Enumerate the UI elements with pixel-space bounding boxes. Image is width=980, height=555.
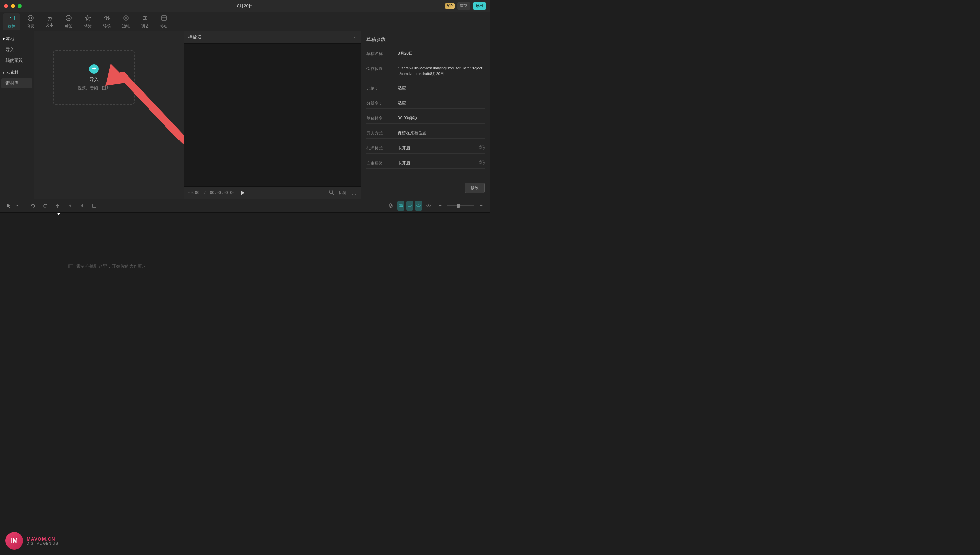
track-add-btn-3[interactable] — [415, 201, 422, 210]
prop-value-name: 8月20日 — [398, 50, 485, 56]
toolbar-transition[interactable]: 转场 — [98, 14, 116, 30]
close-button[interactable] — [4, 4, 8, 8]
svg-point-22 — [329, 190, 333, 194]
svg-marker-28 — [69, 204, 71, 207]
track-add-btn-2[interactable] — [406, 201, 413, 210]
timeline-empty-message: 素材拖拽到这里，开始你的大作吧~ — [68, 263, 145, 269]
media-icon — [8, 14, 15, 23]
track-add-btn-1[interactable] — [397, 201, 404, 210]
svg-rect-32 — [390, 204, 392, 207]
sidebar-item-library[interactable]: 素材库 — [2, 78, 32, 88]
sidebar-section-cloud[interactable]: ▸ 云素材 — [0, 68, 34, 77]
svg-point-11 — [144, 16, 145, 18]
maximize-button[interactable] — [18, 4, 22, 8]
toolbar-template-label: 模板 — [160, 24, 168, 29]
sidebar-item-presets[interactable]: 我的预设 — [2, 55, 32, 66]
toolbar-audio-label: 音频 — [27, 24, 34, 29]
toolbar: 媒体 音频 Ti 文本 贴纸 特效 — [0, 12, 490, 31]
toolbar-sticker[interactable]: 贴纸 — [60, 13, 77, 30]
player-controls: 00:00 / 00:00:00:00 比例 — [184, 186, 361, 199]
undo-btn[interactable] — [28, 201, 38, 210]
sidebar-section-local[interactable]: ▾ 本地 — [0, 34, 34, 44]
player-area: 播放器 ··· 00:00 / 00:00:00:00 比例 — [184, 31, 361, 199]
player-zoom-icon[interactable] — [329, 189, 334, 196]
toolbar-media[interactable]: 媒体 — [3, 13, 21, 30]
toolbar-audio[interactable]: 音频 — [22, 13, 40, 30]
select-tool-btn[interactable] — [4, 201, 14, 210]
prop-label-resolution: 分辨率： — [366, 100, 394, 106]
import-sublabel: 视频、音频、图片 — [77, 85, 110, 91]
import-label: 导入 — [89, 77, 99, 83]
effects-icon — [84, 14, 91, 23]
delete-btn[interactable] — [90, 201, 99, 210]
player-right-controls: 比例 — [329, 189, 357, 196]
prop-row-name: 草稿名称： 8月20日 — [366, 48, 485, 59]
svg-rect-1 — [10, 17, 11, 18]
prop-label-ratio: 比例： — [366, 85, 394, 91]
toolbar-transition-label: 转场 — [103, 24, 111, 29]
timeline-toolbar: ▾ — [0, 199, 490, 213]
svg-point-13 — [143, 19, 145, 20]
toolbar-text[interactable]: Ti 文本 — [41, 14, 58, 29]
prop-value-resolution: 适应 — [398, 100, 485, 106]
audio-icon — [27, 14, 34, 23]
mic-btn[interactable] — [386, 201, 395, 210]
prop-value-proxy: 未开启 — [398, 145, 475, 151]
prop-row-fps: 草稿帧率： 30.00帧/秒 — [366, 113, 485, 124]
player-fullscreen-btn[interactable] — [351, 189, 357, 196]
split-btn[interactable] — [53, 201, 62, 210]
review-button[interactable]: 审阅 — [457, 2, 470, 10]
sidebar-local-label: 本地 — [6, 36, 14, 42]
prop-row-proxy: 代理模式： 未开启 ⓘ — [366, 143, 485, 154]
chevron-down-icon: ▾ — [3, 37, 5, 42]
import-plus-icon: + — [89, 64, 99, 74]
svg-point-7 — [125, 17, 127, 19]
prop-value-fps: 30.00帧/秒 — [398, 115, 485, 121]
redo-btn[interactable] — [40, 201, 50, 210]
trim-right-btn[interactable] — [77, 201, 87, 210]
content-area: ▾ 本地 导入 我的预设 ▸ 云素材 素材库 + 导入 视频、音频、图片 — [0, 31, 490, 199]
zoom-in-btn[interactable]: + — [476, 201, 486, 210]
link-btn[interactable] — [424, 201, 434, 210]
prop-value-free-layer: 未开启 — [398, 160, 475, 166]
svg-line-20 — [128, 80, 184, 140]
toolbar-effects[interactable]: 特效 — [79, 13, 96, 30]
prop-label-fps: 草稿帧率： — [366, 115, 394, 121]
svg-rect-44 — [68, 265, 73, 268]
zoom-slider[interactable] — [447, 205, 474, 207]
modify-button[interactable]: 修改 — [465, 183, 485, 193]
toolbar-filter[interactable]: 滤镜 — [117, 13, 135, 30]
window-title: 8月20日 — [237, 3, 253, 9]
zoom-out-btn[interactable]: − — [435, 201, 445, 210]
sidebar: ▾ 本地 导入 我的预设 ▸ 云素材 素材库 — [0, 31, 34, 199]
toolbar-effects-label: 特效 — [84, 24, 92, 29]
import-box[interactable]: + 导入 视频、音频、图片 — [53, 50, 135, 105]
timeline-empty-label: 素材拖拽到这里，开始你的大作吧~ — [76, 263, 145, 269]
prop-value-ratio: 适应 — [398, 85, 485, 91]
toolbar-sticker-label: 贴纸 — [65, 24, 72, 29]
player-content — [184, 43, 361, 186]
vip-badge[interactable]: VIP — [445, 3, 455, 8]
minimize-button[interactable] — [11, 4, 15, 8]
proxy-info-icon[interactable]: ⓘ — [479, 145, 485, 150]
svg-point-2 — [28, 15, 33, 21]
sidebar-item-import[interactable]: 导入 — [2, 45, 32, 55]
prop-label-import-mode: 导入方式： — [366, 130, 394, 136]
player-menu-btn[interactable]: ··· — [352, 34, 357, 40]
export-button[interactable]: 导出 — [473, 2, 486, 10]
prop-row-resolution: 分辨率： 适应 — [366, 98, 485, 109]
toolbar-template[interactable]: 模板 — [155, 13, 173, 30]
toolbar-adjust[interactable]: 调节 — [136, 13, 154, 30]
svg-rect-37 — [408, 205, 411, 207]
trim-left-btn[interactable] — [65, 201, 74, 210]
titlebar-right: VIP 审阅 导出 — [445, 2, 486, 10]
panel-footer: 修改 — [366, 183, 485, 193]
player-ratio-btn[interactable]: 比例 — [337, 189, 349, 196]
sidebar-cloud-label: 云素材 — [6, 70, 18, 75]
play-button[interactable] — [239, 189, 246, 196]
transition-icon — [103, 15, 110, 23]
select-dropdown-btn[interactable]: ▾ — [14, 201, 20, 210]
free-layer-info-icon[interactable]: ⓘ — [479, 160, 485, 165]
timeline-content: 素材拖拽到这里，开始你的大作吧~ — [0, 213, 490, 278]
template-icon — [161, 14, 167, 23]
